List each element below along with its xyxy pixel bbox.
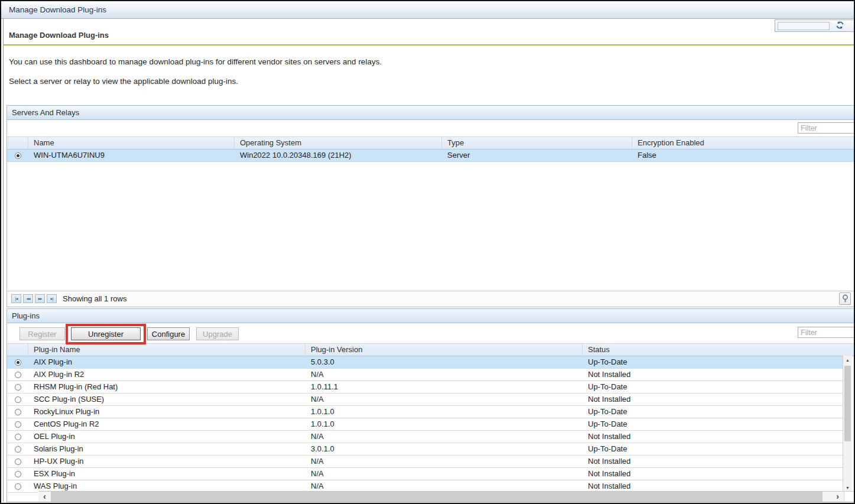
- plugin-row[interactable]: CentOS Plug-in R2 1.0.1.0 Up-To-Date: [7, 418, 843, 431]
- plugin-version-cell: N/A: [305, 394, 583, 405]
- plugin-radio-cell: [7, 406, 28, 418]
- column-settings-button[interactable]: [839, 292, 851, 305]
- plugins-col-version[interactable]: Plug-in Version: [305, 344, 583, 356]
- plugins-toolbar: Register Unregister Configure Upgrade: [7, 323, 854, 343]
- plugin-row-radio[interactable]: [15, 372, 21, 378]
- plugin-radio-cell: [7, 418, 28, 430]
- servers-panel-title: Servers And Relays: [7, 106, 854, 120]
- servers-header-radio-col: [7, 137, 28, 149]
- plugin-row-radio[interactable]: [15, 434, 21, 440]
- plugins-col-name[interactable]: Plug-in Name: [28, 344, 305, 356]
- plugin-row[interactable]: AIX Plug-in R2 N/A Not Installed: [7, 369, 843, 381]
- servers-col-encryption[interactable]: Encryption Enabled: [632, 137, 854, 149]
- scroll-right-icon[interactable]: ›: [831, 492, 844, 502]
- plugins-filter-input[interactable]: [798, 327, 855, 338]
- plugin-name-cell: RHSM Plug-in (Red Hat): [28, 381, 305, 393]
- plugin-row-radio[interactable]: [15, 471, 21, 477]
- plugin-row[interactable]: Solaris Plug-in 3.0.1.0 Up-To-Date: [7, 443, 843, 456]
- plugin-row-radio[interactable]: [15, 384, 21, 391]
- plugin-radio-cell: [7, 394, 28, 405]
- plugin-version-cell: N/A: [305, 480, 583, 492]
- plugin-row-radio[interactable]: [15, 409, 21, 415]
- servers-table-body: WIN-UTMA6U7INU9 Win2022 10.0.20348.169 (…: [7, 149, 854, 162]
- plugins-table-body: AIX Plug-in 5.0.3.0 Up-To-Date AIX Plug-…: [7, 356, 843, 493]
- pager-last-button[interactable]: ▸|: [47, 294, 57, 303]
- plugin-row[interactable]: RHSM Plug-in (Red Hat) 1.0.11.1 Up-To-Da…: [7, 381, 843, 394]
- scrollbar-corner: [844, 492, 854, 502]
- plugin-name-cell: CentOS Plug-in R2: [28, 418, 305, 430]
- page-title: Manage Download Plug-ins: [9, 31, 109, 40]
- instruction-text: Select a server or relay to view the app…: [9, 77, 238, 86]
- servers-col-type[interactable]: Type: [442, 137, 632, 149]
- server-row-radio[interactable]: [15, 152, 21, 159]
- plugin-version-cell: 3.0.1.0: [305, 443, 583, 455]
- refresh-button[interactable]: [833, 21, 846, 31]
- plugin-version-cell: N/A: [305, 369, 583, 381]
- plugin-row[interactable]: HP-UX Plug-in N/A Not Installed: [7, 456, 843, 468]
- plugin-row[interactable]: SCC Plug-in (SUSE) N/A Not Installed: [7, 394, 843, 406]
- plugins-col-status[interactable]: Status: [583, 344, 854, 356]
- plugin-status-cell: Not Installed: [583, 468, 843, 480]
- horizontal-scroll-track[interactable]: [823, 492, 831, 502]
- plugin-radio-cell: [7, 443, 28, 455]
- server-name-cell: WIN-UTMA6U7INU9: [28, 149, 235, 161]
- plugin-version-cell: N/A: [305, 431, 583, 443]
- plugin-row-radio[interactable]: [15, 483, 21, 490]
- plugin-radio-cell: [7, 480, 28, 492]
- register-button[interactable]: Register: [19, 327, 65, 340]
- plugin-name-cell: OEL Plug-in: [28, 431, 305, 443]
- accent-divider: [3, 44, 854, 45]
- plugin-radio-cell: [7, 456, 28, 467]
- pager-prev-button[interactable]: ◂◂: [23, 294, 33, 303]
- refresh-icon: [836, 21, 844, 30]
- plugin-status-cell: Not Installed: [583, 369, 843, 381]
- vertical-scroll-thumb[interactable]: [844, 366, 851, 441]
- plugin-status-cell: Up-To-Date: [583, 418, 843, 430]
- servers-panel: Servers And Relays Name Operating System…: [6, 105, 855, 307]
- plugin-version-cell: 1.0.1.0: [305, 406, 583, 418]
- server-os-cell: Win2022 10.0.20348.169 (21H2): [235, 149, 442, 161]
- plugin-name-cell: AIX Plug-in: [28, 356, 305, 368]
- pager-next-button[interactable]: ▸▸: [35, 294, 45, 303]
- plugin-radio-cell: [7, 468, 28, 480]
- plugin-row-radio[interactable]: [15, 446, 21, 453]
- servers-col-name[interactable]: Name: [28, 137, 235, 149]
- horizontal-scroll-thumb[interactable]: [51, 492, 823, 502]
- plugin-status-cell: Up-To-Date: [583, 356, 843, 368]
- plugins-panel: Plug-ins Register Unregister Configure U…: [6, 308, 855, 502]
- plugins-horizontal-scrollbar[interactable]: ‹ ›: [38, 491, 854, 502]
- configure-button[interactable]: Configure: [147, 327, 190, 340]
- server-row[interactable]: WIN-UTMA6U7INU9 Win2022 10.0.20348.169 (…: [7, 149, 854, 162]
- plugin-row[interactable]: AIX Plug-in 5.0.3.0 Up-To-Date: [7, 356, 843, 369]
- unregister-button[interactable]: Unregister: [71, 327, 141, 340]
- plugin-version-cell: 1.0.1.0: [305, 418, 583, 430]
- servers-filter-input[interactable]: [798, 122, 855, 134]
- plugin-row-radio[interactable]: [15, 359, 21, 366]
- plugins-header-radio-col: [7, 344, 28, 356]
- server-encryption-cell: False: [632, 149, 854, 161]
- plugins-vertical-scrollbar[interactable]: ▲ ▼: [843, 356, 852, 493]
- plugin-row[interactable]: OEL Plug-in N/A Not Installed: [7, 431, 843, 443]
- plugin-radio-cell: [7, 356, 28, 368]
- plugin-row-radio[interactable]: [15, 396, 21, 403]
- scroll-up-icon[interactable]: ▲: [843, 356, 852, 365]
- plugin-row-radio[interactable]: [15, 459, 21, 465]
- pagination-status: Showing all 1 rows: [63, 291, 126, 306]
- refresh-toolbar: [775, 19, 855, 32]
- plugin-name-cell: SCC Plug-in (SUSE): [28, 394, 305, 405]
- plugin-version-cell: 1.0.11.1: [305, 381, 583, 393]
- plugin-row[interactable]: RockyLinux Plug-in 1.0.1.0 Up-To-Date: [7, 406, 843, 418]
- plugin-name-cell: AIX Plug-in R2: [28, 369, 305, 381]
- servers-toolbar: [7, 120, 854, 136]
- server-type-cell: Server: [442, 149, 632, 161]
- scroll-left-icon[interactable]: ‹: [38, 492, 51, 502]
- dashboard-window: Manage Download Plug-ins Manage Download…: [0, 0, 855, 504]
- servers-col-os[interactable]: Operating System: [235, 137, 442, 149]
- plugin-row-radio[interactable]: [15, 421, 21, 428]
- plugin-row[interactable]: ESX Plug-in N/A Not Installed: [7, 468, 843, 480]
- upgrade-button[interactable]: Upgrade: [196, 327, 239, 340]
- pager-first-button[interactable]: |◂: [11, 294, 21, 303]
- plugin-name-cell: Solaris Plug-in: [28, 443, 305, 455]
- plugins-table-header: Plug-in Name Plug-in Version Status: [7, 343, 854, 356]
- window-title-bar: Manage Download Plug-ins: [1, 1, 854, 19]
